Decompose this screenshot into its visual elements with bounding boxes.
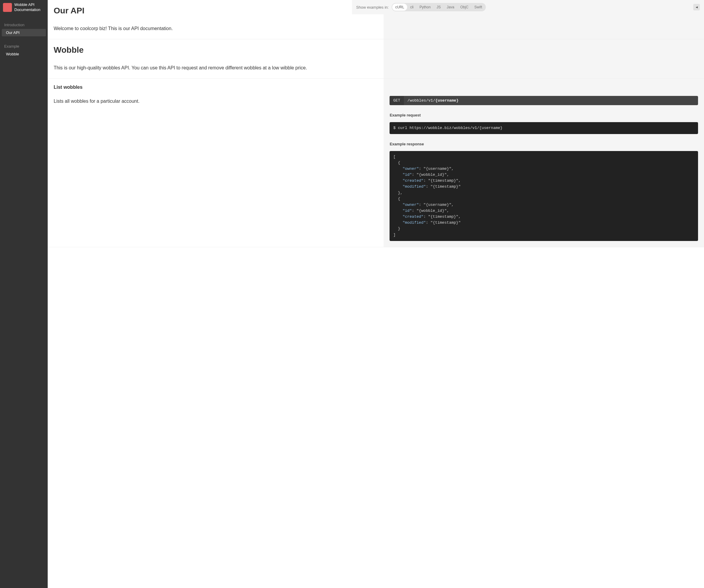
section-text: This is our high-quality wobbles API. Yo… bbox=[54, 64, 377, 72]
example-request-label: Example request bbox=[390, 113, 698, 117]
section-body: List wobbles Lists all wobbles for a par… bbox=[48, 79, 384, 247]
section-text: Welcome to coolcorp biz! This is our API… bbox=[54, 24, 377, 33]
lang-pill-objc[interactable]: ObjC bbox=[457, 4, 471, 11]
logo-icon bbox=[3, 3, 12, 12]
endpoint-bar: GET /wobbles/v1/{username} bbox=[390, 96, 698, 105]
example-request-code[interactable]: $ curl https://wobble.biz/wobbles/v1/{us… bbox=[390, 122, 698, 134]
lang-pill-java[interactable]: Java bbox=[444, 4, 457, 11]
nav-group-introduction: Introduction Our API bbox=[0, 21, 48, 36]
lang-pill-js[interactable]: JS bbox=[434, 4, 444, 11]
section-title: Our API bbox=[54, 6, 377, 15]
main-content: Show examples in: cURL cli Python JS Jav… bbox=[48, 0, 704, 247]
section-body: Wobble This is our high-quality wobbles … bbox=[48, 39, 384, 78]
section-code-pane bbox=[384, 39, 704, 78]
lang-pill-swift[interactable]: Swift bbox=[472, 4, 485, 11]
section-body: Our API Welcome to coolcorp biz! This is… bbox=[48, 0, 384, 39]
section-title: List wobbles bbox=[54, 84, 377, 90]
example-response-label: Example response bbox=[390, 142, 698, 146]
site-title: Wobble API Documentation bbox=[14, 2, 45, 12]
nav-item-wobble[interactable]: Wobble bbox=[2, 50, 46, 58]
language-switcher: cURL cli Python JS Java ObjC Swift bbox=[392, 3, 485, 11]
examples-label: Show examples in: bbox=[356, 5, 389, 9]
sidebar-header: Wobble API Documentation bbox=[0, 0, 48, 15]
endpoint-path-param: {username} bbox=[435, 98, 458, 103]
nav-item-our-api[interactable]: Our API bbox=[2, 29, 46, 36]
lang-pill-python[interactable]: Python bbox=[416, 4, 433, 11]
lang-pill-cli[interactable]: cli bbox=[407, 4, 416, 11]
nav-group-label: Introduction bbox=[0, 21, 48, 29]
section-code-pane: GET /wobbles/v1/{username} Example reque… bbox=[384, 79, 704, 247]
endpoint-path-prefix: /wobbles/v1/ bbox=[407, 98, 435, 103]
lang-pill-curl[interactable]: cURL bbox=[392, 4, 407, 11]
collapse-panel-button[interactable]: ◀ bbox=[693, 4, 700, 10]
section-list-wobbles: List wobbles Lists all wobbles for a par… bbox=[48, 79, 704, 247]
nav-group-label: Example bbox=[0, 42, 48, 50]
section-title: Wobble bbox=[54, 45, 377, 55]
section-text: Lists all wobbles for a particular accou… bbox=[54, 97, 377, 106]
sidebar: Wobble API Documentation Introduction Ou… bbox=[0, 0, 48, 247]
endpoint-path: /wobbles/v1/{username} bbox=[404, 96, 462, 105]
caret-left-icon: ◀ bbox=[696, 6, 698, 9]
nav-group-example: Example Wobble bbox=[0, 42, 48, 58]
example-response-code[interactable]: [ { "owner": "{username}", "id": "{wobbl… bbox=[390, 151, 698, 241]
http-method: GET bbox=[390, 96, 404, 105]
section-wobble: Wobble This is our high-quality wobbles … bbox=[48, 39, 704, 79]
topbar: Show examples in: cURL cli Python JS Jav… bbox=[352, 0, 704, 14]
